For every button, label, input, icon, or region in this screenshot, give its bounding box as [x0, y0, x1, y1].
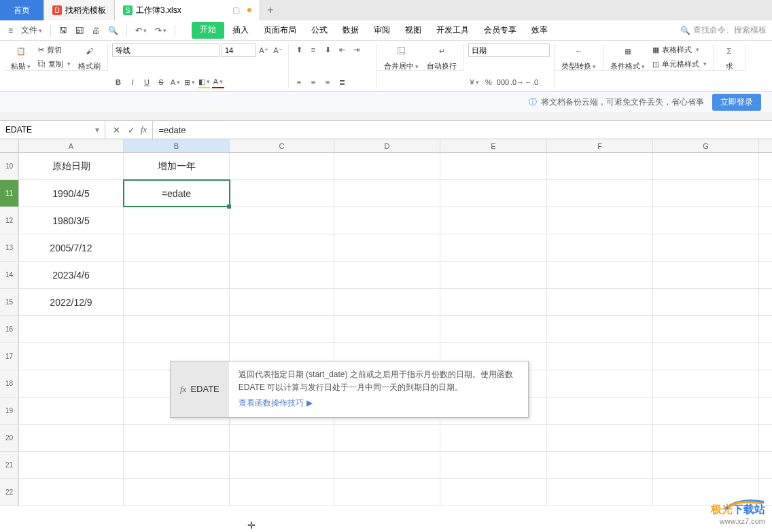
copy-button[interactable]: ⿻复制▾ — [36, 58, 73, 70]
cell-G17[interactable] — [653, 343, 759, 370]
cell-D20[interactable] — [334, 425, 440, 451]
row-header[interactable]: 20 — [0, 425, 19, 451]
cell-B10[interactable]: 增加一年 — [124, 153, 230, 179]
cell-F21[interactable] — [547, 452, 653, 478]
cell-F10[interactable] — [547, 153, 653, 179]
cell-D10[interactable] — [334, 153, 440, 179]
cell-F11[interactable] — [547, 180, 653, 207]
indent-dec-icon[interactable]: ⇤ — [336, 43, 348, 56]
cell-F15[interactable] — [547, 289, 653, 315]
paste-button[interactable]: 📋 粘贴▾ — [8, 41, 33, 73]
cell-G12[interactable] — [653, 207, 759, 234]
fill-color-button[interactable]: ◧▾ — [198, 76, 210, 88]
tab-workbook[interactable]: S 工作簿3.xlsx ▢ — [115, 0, 260, 20]
menu-data[interactable]: 数据 — [336, 22, 366, 39]
inc-decimal-icon[interactable]: .0→ — [511, 76, 523, 88]
menu-insert[interactable]: 插入 — [226, 22, 256, 39]
sum-button[interactable]: Σ求 — [718, 41, 741, 73]
font-color-button[interactable]: A▾ — [212, 76, 224, 88]
cell-E13[interactable] — [440, 234, 547, 261]
menu-review[interactable]: 审阅 — [367, 22, 397, 39]
dec-decimal-icon[interactable]: ←.0 — [525, 76, 538, 88]
new-tab-button[interactable]: + — [260, 0, 281, 20]
cell-E21[interactable] — [440, 452, 547, 478]
align-justify-icon[interactable]: ≣ — [336, 76, 348, 88]
merge-button[interactable]: ⿺合并居中▾ — [381, 41, 421, 73]
print-icon[interactable]: 🖨 — [89, 24, 103, 37]
cell-A10[interactable]: 原始日期 — [19, 153, 124, 179]
cell-E10[interactable] — [440, 153, 547, 179]
col-header-B[interactable]: B — [124, 139, 230, 152]
cell-A21[interactable] — [19, 452, 124, 478]
row-header[interactable]: 19 — [0, 397, 19, 424]
cell-D13[interactable] — [334, 234, 440, 261]
tab-home[interactable]: 首页 — [0, 0, 44, 20]
cell-C11[interactable] — [230, 180, 334, 207]
border-button[interactable]: ⊞▾ — [183, 76, 196, 88]
cond-format-button[interactable]: ▦条件格式▾ — [608, 41, 648, 73]
cell-D11[interactable] — [334, 180, 440, 207]
wrap-button[interactable]: ↵自动换行 — [424, 41, 459, 73]
cell-F13[interactable] — [547, 234, 653, 261]
cell-E22[interactable] — [440, 479, 547, 506]
cell-A15[interactable]: 2022/12/9 — [19, 289, 124, 315]
cell-G10[interactable] — [653, 153, 759, 179]
col-header-F[interactable]: F — [547, 139, 653, 152]
cell-A14[interactable]: 2023/4/6 — [19, 262, 124, 288]
cell-B11[interactable]: =edate — [124, 180, 230, 207]
decrease-font-icon[interactable]: A⁻ — [272, 44, 284, 56]
cell-D16[interactable] — [334, 316, 440, 342]
number-format-select[interactable] — [468, 43, 550, 57]
cell-G14[interactable] — [653, 262, 759, 288]
cell-C14[interactable] — [230, 262, 334, 288]
cell-E11[interactable] — [440, 180, 547, 207]
col-header-C[interactable]: C — [230, 139, 334, 152]
align-top-icon[interactable]: ⬆ — [293, 43, 305, 56]
cell-F14[interactable] — [547, 262, 653, 288]
cell-F12[interactable] — [547, 207, 653, 234]
cell-A18[interactable] — [19, 370, 124, 397]
cell-B21[interactable] — [124, 452, 230, 478]
comma-icon[interactable]: 000 — [497, 76, 509, 88]
cell-F17[interactable] — [547, 343, 653, 370]
align-left-icon[interactable]: ≡ — [293, 76, 305, 88]
cell-B13[interactable] — [124, 234, 230, 261]
cell-G21[interactable] — [653, 452, 759, 478]
col-header-D[interactable]: D — [334, 139, 440, 152]
suggestion-item[interactable]: fx EDATE — [171, 361, 229, 417]
indent-inc-icon[interactable]: ⇥ — [350, 43, 362, 56]
row-header[interactable]: 16 — [0, 316, 19, 342]
italic-button[interactable]: I — [126, 76, 139, 88]
menu-layout[interactable]: 页面布局 — [257, 22, 303, 39]
undo-button[interactable]: ↶▾ — [133, 24, 150, 37]
cell-A19[interactable] — [19, 397, 124, 424]
align-middle-icon[interactable]: ≡ — [307, 43, 319, 56]
cell-E20[interactable] — [440, 425, 547, 451]
cell-C22[interactable] — [230, 479, 334, 506]
cell-C15[interactable] — [230, 289, 334, 315]
cell-A12[interactable]: 1980/3/5 — [19, 207, 124, 234]
bold-button[interactable]: B — [112, 76, 124, 88]
menu-dev[interactable]: 开发工具 — [429, 22, 476, 39]
col-header-A[interactable]: A — [19, 139, 124, 152]
cell-B14[interactable] — [124, 262, 230, 288]
cell-C10[interactable] — [230, 153, 334, 179]
menu-eff[interactable]: 效率 — [525, 22, 555, 39]
row-header[interactable]: 10 — [0, 153, 19, 179]
table-style-button[interactable]: ▦表格样式▾ — [650, 44, 709, 56]
tab-daoKe[interactable]: D 找稻壳模板 — [44, 0, 115, 20]
menu-start[interactable]: 开始 — [192, 22, 224, 39]
cell-D21[interactable] — [334, 452, 440, 478]
redo-button[interactable]: ↷▾ — [152, 24, 169, 37]
cell-E15[interactable] — [440, 289, 547, 315]
cell-D14[interactable] — [334, 262, 440, 288]
cell-C21[interactable] — [230, 452, 334, 478]
percent-icon[interactable]: % — [482, 76, 495, 88]
accept-formula-button[interactable]: ✓ — [126, 125, 137, 135]
file-menu[interactable]: 文件▾ — [18, 22, 45, 38]
row-header[interactable]: 11 — [0, 180, 19, 207]
row-header[interactable]: 18 — [0, 370, 19, 397]
align-center-icon[interactable]: ≡ — [307, 76, 319, 88]
select-all-corner[interactable] — [0, 139, 19, 152]
cell-E14[interactable] — [440, 262, 547, 288]
